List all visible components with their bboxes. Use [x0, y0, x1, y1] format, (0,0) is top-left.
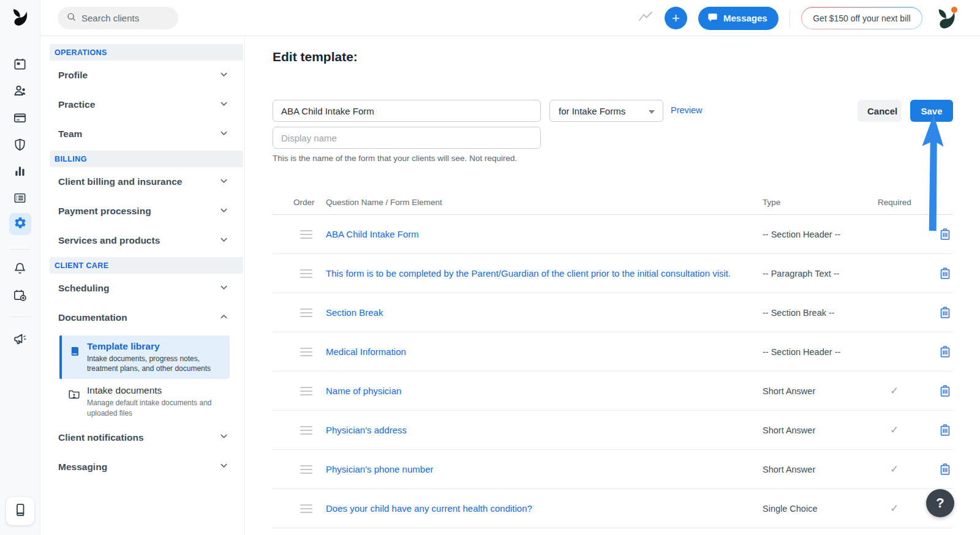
- chat-bubble-icon: [707, 12, 718, 25]
- table-header-row: Order Question Name / Form Element Type …: [273, 190, 953, 215]
- table-row: Medical Information -- Section Header --: [273, 332, 953, 372]
- required-check: ✓: [872, 384, 924, 397]
- drag-handle-icon[interactable]: [300, 465, 312, 474]
- sidebar-item-documentation[interactable]: Documentation: [40, 303, 244, 332]
- messages-button[interactable]: Messages: [698, 7, 778, 30]
- section-header-operations: OPERATIONS: [50, 44, 243, 61]
- smartphone-icon: [13, 503, 28, 520]
- intake-documents-description: Manage default intake documents and uplo…: [87, 398, 233, 417]
- save-button[interactable]: Save: [910, 100, 953, 122]
- help-button[interactable]: ?: [926, 489, 954, 517]
- drag-handle-icon[interactable]: [300, 269, 312, 278]
- drag-handle-icon[interactable]: [300, 309, 312, 317]
- trash-icon[interactable]: [940, 384, 951, 397]
- template-category-select[interactable]: for Intake Forms: [549, 100, 663, 122]
- chevron-down-icon: [219, 432, 228, 443]
- page-title: Edit template:: [273, 50, 358, 64]
- top-bar: + Messages Get $150 off your next bill: [40, 0, 980, 36]
- chevron-down-icon: [219, 283, 228, 294]
- sidebar-item-profile[interactable]: Profile: [40, 61, 244, 90]
- calendar-plus-icon[interactable]: [13, 288, 28, 302]
- sidebar-item-client-billing[interactable]: Client billing and insurance: [40, 167, 244, 196]
- question-link[interactable]: Section Break: [326, 307, 763, 319]
- search-input[interactable]: [81, 13, 170, 23]
- megaphone-icon[interactable]: [13, 332, 28, 346]
- folder-person-icon: [67, 387, 81, 403]
- credit-card-icon[interactable]: [13, 110, 28, 125]
- question-link[interactable]: ABA Child Intake Form: [326, 228, 763, 241]
- template-name-input[interactable]: [273, 100, 541, 122]
- drag-handle-icon[interactable]: [300, 348, 312, 356]
- trash-icon[interactable]: [940, 345, 951, 358]
- app-logo-icon[interactable]: [10, 8, 29, 30]
- sidebar-item-payment-processing[interactable]: Payment processing: [40, 196, 244, 226]
- preview-link[interactable]: Preview: [671, 105, 703, 115]
- chevron-down-icon: [219, 99, 228, 111]
- question-type: -- Section Header --: [763, 347, 872, 357]
- book-icon: [69, 345, 81, 361]
- account-avatar[interactable]: [933, 6, 958, 31]
- icon-rail: [0, 0, 40, 535]
- form-elements-table: Order Question Name / Form Element Type …: [273, 190, 953, 528]
- messages-label: Messages: [723, 13, 767, 23]
- drag-handle-icon[interactable]: [300, 426, 312, 435]
- rail-divider: [10, 316, 31, 317]
- trash-icon[interactable]: [940, 424, 951, 436]
- question-link[interactable]: Physician's phone number: [326, 463, 763, 476]
- intake-documents-title: Intake documents: [87, 385, 233, 396]
- sidebar-item-team[interactable]: Team: [40, 119, 244, 149]
- sidebar-subitem-intake-documents[interactable]: Intake documents Manage default intake d…: [59, 385, 237, 417]
- calendar-icon[interactable]: [13, 56, 28, 71]
- question-link[interactable]: This form is to be completed by the Pare…: [326, 268, 763, 280]
- plus-icon: +: [672, 12, 680, 25]
- column-header-question: Question Name / Form Element: [326, 198, 763, 207]
- avatar-logo-icon: [933, 22, 958, 32]
- shield-icon[interactable]: [13, 137, 28, 152]
- display-name-input[interactable]: [273, 127, 541, 149]
- sidebar-item-services-products[interactable]: Services and products: [40, 226, 244, 255]
- sidebar-item-messaging[interactable]: Messaging: [40, 452, 244, 482]
- trash-icon[interactable]: [940, 228, 951, 241]
- question-link[interactable]: Physician's address: [326, 424, 763, 436]
- sidebar-item-practice[interactable]: Practice: [40, 90, 244, 119]
- cancel-button[interactable]: Cancel: [858, 100, 902, 122]
- sidebar-item-scheduling[interactable]: Scheduling: [40, 274, 244, 303]
- rail-divider: [10, 249, 31, 250]
- trash-icon[interactable]: [940, 463, 951, 476]
- mobile-app-button[interactable]: [6, 497, 34, 525]
- question-type: Short Answer: [763, 386, 872, 396]
- drag-handle-icon[interactable]: [300, 230, 312, 239]
- trash-icon[interactable]: [940, 267, 951, 280]
- display-name-helper-text: This is the name of the form that your c…: [273, 154, 517, 163]
- settings-active-tile[interactable]: [9, 213, 31, 235]
- chevron-down-icon: [219, 70, 228, 81]
- trending-icon[interactable]: [638, 10, 654, 26]
- sidebar-subitem-template-library[interactable]: Template library Intake documents, progr…: [59, 335, 230, 379]
- table-row: Section Break -- Section Break --: [273, 293, 953, 332]
- required-check: ✓: [872, 463, 924, 476]
- drag-handle-icon[interactable]: [300, 387, 312, 395]
- chevron-down-icon: [219, 176, 228, 188]
- table-row: ABA Child Intake Form -- Section Header …: [273, 215, 953, 254]
- template-library-title: Template library: [87, 341, 224, 352]
- question-link[interactable]: Name of physician: [326, 385, 763, 397]
- section-header-billing: BILLING: [50, 151, 243, 167]
- question-link[interactable]: Does your child have any current health …: [326, 503, 763, 515]
- list-icon[interactable]: [13, 190, 28, 205]
- question-link[interactable]: Medical Information: [326, 346, 763, 358]
- notification-dot: [951, 7, 957, 13]
- drag-handle-icon[interactable]: [300, 504, 312, 513]
- client-search[interactable]: [58, 7, 178, 29]
- bar-chart-icon[interactable]: [13, 163, 28, 178]
- table-row: Physician's address Short Answer ✓: [273, 411, 953, 450]
- required-check: ✓: [872, 502, 924, 515]
- trash-icon[interactable]: [940, 306, 951, 319]
- create-new-button[interactable]: +: [665, 7, 687, 29]
- search-icon: [66, 12, 77, 24]
- promo-button[interactable]: Get $150 off your next bill: [801, 7, 922, 29]
- people-icon[interactable]: [13, 83, 28, 98]
- caret-down-icon: [649, 110, 655, 114]
- sidebar-item-client-notifications[interactable]: Client notifications: [40, 423, 244, 452]
- question-type: -- Section Break --: [763, 308, 872, 318]
- bell-icon[interactable]: [13, 261, 28, 275]
